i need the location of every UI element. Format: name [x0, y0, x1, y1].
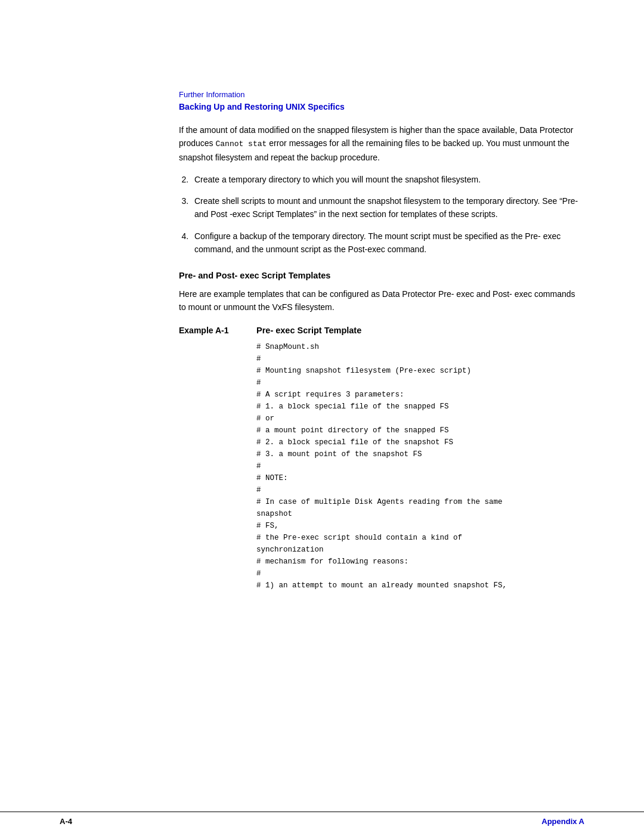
pre-post-heading: Pre- and Post- exec Script Templates [179, 271, 584, 280]
pre-post-body: Here are example templates that can be c… [179, 287, 584, 314]
footer-appendix: Appendix A [541, 817, 584, 826]
footer-page-number: A-4 [60, 817, 72, 826]
numbered-list: Create a temporary directory to which yo… [191, 173, 584, 256]
example-title: Pre- exec Script Template [256, 326, 507, 335]
breadcrumb[interactable]: Further Information [179, 89, 584, 100]
list-item-4: Configure a backup of the temporary dire… [191, 230, 584, 256]
content-area: Further Information Backing Up and Resto… [179, 0, 584, 652]
code-block: # SnapMount.sh # # Mounting snapshot fil… [256, 341, 507, 592]
example-label: Example A-1 [179, 326, 256, 335]
breadcrumb-link[interactable]: Further Information [179, 90, 245, 99]
section-heading: Backing Up and Restoring UNIX Specifics [179, 102, 584, 112]
page-footer: A-4 Appendix A [0, 812, 644, 833]
list-item-2: Create a temporary directory to which yo… [191, 173, 584, 186]
list-item-3: Create shell scripts to mount and unmoun… [191, 194, 584, 221]
page: Further Information Backing Up and Resto… [0, 0, 644, 833]
intro-paragraph: If the amount of data modified on the sn… [179, 123, 584, 165]
example-row: Example A-1 Pre- exec Script Template # … [179, 326, 584, 597]
intro-code: Cannot stat [215, 140, 267, 148]
example-content: Pre- exec Script Template # SnapMount.sh… [256, 326, 507, 597]
